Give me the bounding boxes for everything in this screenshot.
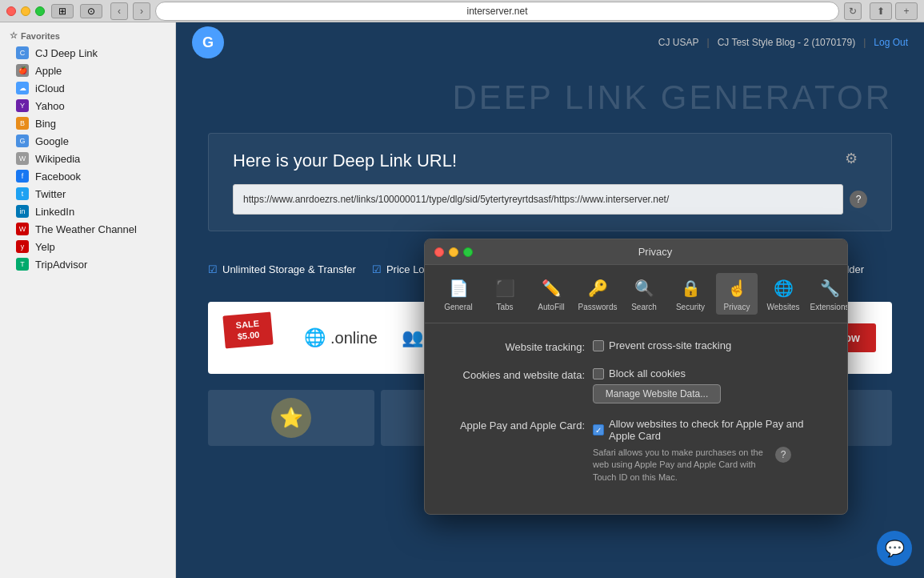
dialog-titlebar: Privacy xyxy=(425,239,847,265)
search-label: Search xyxy=(631,303,657,311)
main-content: G CJ USAP | CJ Test Style Blog - 2 (1070… xyxy=(176,22,924,578)
apple-pay-controls: ✓ Allow websites to check for Apple Pay … xyxy=(593,418,823,484)
weather-icon: W xyxy=(16,223,29,235)
dialog-title-label: Privacy xyxy=(473,246,838,258)
sidebar-item-apple[interactable]: 🍎 Apple xyxy=(0,62,175,79)
sidebar-item-tripadvisor[interactable]: T TripAdvisor xyxy=(0,255,175,273)
tabs-label: Tabs xyxy=(496,303,513,311)
facebook-icon: f xyxy=(16,170,29,183)
titlebar-controls: ⊞ ⊙ xyxy=(51,4,102,18)
traffic-lights xyxy=(6,6,45,16)
prevent-tracking-row: Prevent cross-site tracking xyxy=(593,339,731,351)
sidebar-label-facebook: Facebook xyxy=(35,171,81,183)
icloud-icon: ☁ xyxy=(16,82,29,94)
general-label: General xyxy=(444,303,473,311)
linkedin-icon: in xyxy=(16,205,29,218)
favorites-header: ☆ Favorites xyxy=(0,27,175,44)
sidebar-item-weather-channel[interactable]: W The Weather Channel xyxy=(0,220,175,238)
sidebar-label-weather: The Weather Channel xyxy=(35,223,137,235)
toolbar-item-websites[interactable]: 🌐 Websites xyxy=(762,273,804,315)
share-button[interactable]: ⬆ xyxy=(870,2,892,20)
dialog-minimize-button[interactable] xyxy=(449,247,458,257)
sidebar-item-bing[interactable]: B Bing xyxy=(0,114,175,132)
website-tracking-row: Website tracking: Prevent cross-site tra… xyxy=(449,339,823,353)
privacy-icon: ☝️ xyxy=(725,276,749,300)
address-bar[interactable]: interserver.net xyxy=(155,2,839,21)
sidebar-label-twitter: Twitter xyxy=(35,188,66,200)
sidebar-item-linkedin[interactable]: in LinkedIn xyxy=(0,203,175,220)
tab-overview-button[interactable]: ⊙ xyxy=(80,4,102,18)
browser-body: ☆ Favorites C CJ Deep Link 🍎 Apple ☁ iCl… xyxy=(0,22,924,578)
sidebar-item-yahoo[interactable]: Y Yahoo xyxy=(0,97,175,114)
block-cookies-checkbox[interactable] xyxy=(593,368,604,379)
sidebar-toggle-button[interactable]: ⊞ xyxy=(51,4,74,18)
cj-deep-link-icon: C xyxy=(16,46,29,59)
tripadvisor-icon: T xyxy=(16,258,29,271)
sidebar-label-apple: Apple xyxy=(35,65,62,77)
extensions-label: Extensions xyxy=(810,303,847,311)
toolbar-item-search[interactable]: 🔍 Search xyxy=(623,273,665,315)
sidebar-label-bing: Bing xyxy=(35,118,56,130)
block-cookies-label: Block all cookies xyxy=(609,367,686,379)
new-tab-button[interactable]: + xyxy=(895,2,918,20)
sidebar-item-cj-deep-link[interactable]: C CJ Deep Link xyxy=(0,44,175,62)
sidebar-label-cj-deep-link: CJ Deep Link xyxy=(35,47,98,59)
google-icon: G xyxy=(16,134,29,147)
extensions-icon: 🔧 xyxy=(818,276,842,300)
sidebar-label-google: Google xyxy=(35,135,69,147)
apple-pay-tooltip-area: Safari allows you to make purchases on t… xyxy=(593,447,823,484)
sidebar-item-twitter[interactable]: t Twitter xyxy=(0,185,175,203)
back-button[interactable]: ‹ xyxy=(110,2,128,20)
yelp-icon: y xyxy=(16,240,29,253)
block-cookies-row: Block all cookies xyxy=(593,367,721,379)
bing-icon: B xyxy=(16,117,29,130)
dialog-close-button[interactable] xyxy=(434,247,444,257)
dialog-traffic-lights xyxy=(434,247,473,257)
apple-pay-check-label: Allow websites to check for Apple Pay an… xyxy=(609,418,823,442)
websites-label: Websites xyxy=(767,303,800,311)
dialog-overlay: Privacy 📄 General ⬛ Tabs ✏️ xyxy=(176,22,924,578)
close-button[interactable] xyxy=(6,6,16,16)
apple-pay-label: Apple Pay and Apple Card: xyxy=(449,418,585,431)
toolbar-item-tabs[interactable]: ⬛ Tabs xyxy=(484,273,526,315)
forward-button[interactable]: › xyxy=(133,2,150,20)
sidebar-item-icloud[interactable]: ☁ iCloud xyxy=(0,79,175,97)
website-tracking-label: Website tracking: xyxy=(449,339,585,353)
toolbar-item-passwords[interactable]: 🔑 Passwords xyxy=(577,273,618,315)
sidebar-item-facebook[interactable]: f Facebook xyxy=(0,167,175,185)
toolbar-item-security[interactable]: 🔒 Security xyxy=(670,273,711,315)
apple-pay-row: Apple Pay and Apple Card: ✓ Allow websit… xyxy=(449,418,823,484)
reload-button[interactable]: ↻ xyxy=(844,2,862,20)
autofill-icon: ✏️ xyxy=(539,276,563,300)
cookies-controls: Block all cookies Manage Website Data... xyxy=(593,367,721,403)
sidebar: ☆ Favorites C CJ Deep Link 🍎 Apple ☁ iCl… xyxy=(0,22,176,578)
sidebar-item-wikipedia[interactable]: W Wikipedia xyxy=(0,150,175,167)
mac-window: ⊞ ⊙ ‹ › interserver.net ↻ ⬆ + ☆ Favorite… xyxy=(0,0,924,578)
websites-icon: 🌐 xyxy=(771,276,795,300)
sidebar-item-yelp[interactable]: y Yelp xyxy=(0,238,175,255)
dialog-toolbar: 📄 General ⬛ Tabs ✏️ AutoFill 🔑 xyxy=(425,265,847,323)
sidebar-label-tripadvisor: TripAdvisor xyxy=(35,259,87,271)
dialog-fullscreen-button[interactable] xyxy=(463,247,473,257)
fullscreen-button[interactable] xyxy=(35,6,45,16)
security-label: Security xyxy=(676,303,705,311)
cookies-row: Cookies and website data: Block all cook… xyxy=(449,367,823,403)
toolbar-item-extensions[interactable]: 🔧 Extensions xyxy=(809,273,847,315)
toolbar-item-general[interactable]: 📄 General xyxy=(438,273,479,315)
cookies-label: Cookies and website data: xyxy=(449,367,585,381)
manage-website-data-button[interactable]: Manage Website Data... xyxy=(593,384,721,403)
toolbar-item-autofill[interactable]: ✏️ AutoFill xyxy=(530,273,572,315)
general-icon: 📄 xyxy=(446,276,470,300)
prevent-tracking-checkbox[interactable] xyxy=(593,340,604,351)
apple-pay-checkbox[interactable]: ✓ xyxy=(593,424,604,436)
apple-pay-help-button[interactable]: ? xyxy=(775,447,791,463)
toolbar-item-privacy[interactable]: ☝️ Privacy xyxy=(716,273,758,315)
minimize-button[interactable] xyxy=(21,6,30,16)
sidebar-item-google[interactable]: G Google xyxy=(0,132,175,150)
check-mark: ✓ xyxy=(595,426,602,435)
apple-icon: 🍎 xyxy=(16,64,29,77)
autofill-label: AutoFill xyxy=(538,303,564,311)
tracking-controls: Prevent cross-site tracking xyxy=(593,339,731,351)
favorites-section: ☆ Favorites C CJ Deep Link 🍎 Apple ☁ iCl… xyxy=(0,22,175,278)
wikipedia-icon: W xyxy=(16,152,29,165)
